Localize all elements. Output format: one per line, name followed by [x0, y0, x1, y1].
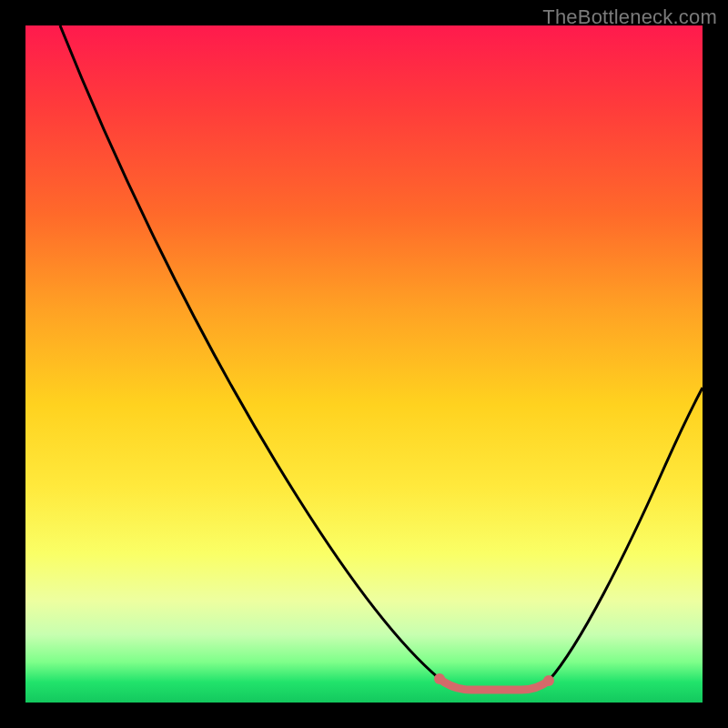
- curve-right-dot: [543, 675, 554, 686]
- curve-flat-bottom: [440, 679, 549, 690]
- bottleneck-curve: [25, 25, 703, 703]
- chart-plot-area: [25, 25, 703, 703]
- curve-right-branch: [549, 388, 703, 681]
- curve-left-branch: [60, 25, 440, 679]
- watermark-text: TheBottleneck.com: [542, 5, 717, 29]
- curve-left-dot: [434, 673, 445, 684]
